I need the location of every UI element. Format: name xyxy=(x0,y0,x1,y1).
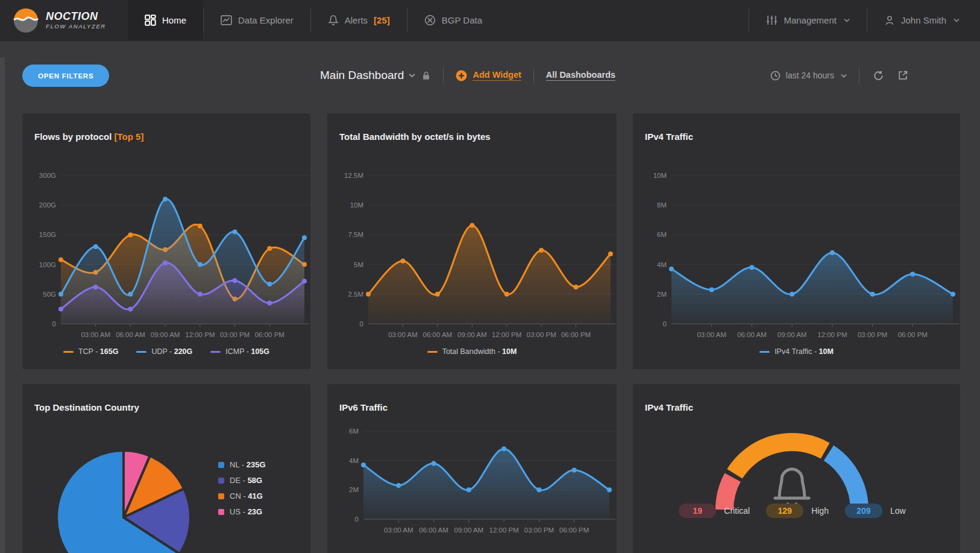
nav-item-management[interactable]: Management xyxy=(749,0,867,41)
flows-by-protocol-line-chart[interactable]: 050G100G150G200G300G03:00 AM06:00 AM09:0… xyxy=(34,159,310,347)
svg-text:2M: 2M xyxy=(349,486,359,493)
lock-icon[interactable] xyxy=(421,71,431,81)
nav-item-alerts[interactable]: Alerts [25] xyxy=(311,0,407,41)
pie-legend: NL - 235GDE - 58GCN - 41GUS - 23G xyxy=(218,460,266,516)
alerts-count-badge: [25] xyxy=(374,15,390,25)
svg-text:150G: 150G xyxy=(39,231,56,238)
nav-item-label: Management xyxy=(784,15,837,25)
toolbar-divider xyxy=(533,68,534,83)
svg-text:09:00 AM: 09:00 AM xyxy=(777,331,807,338)
svg-text:03:00 PM: 03:00 PM xyxy=(220,331,250,338)
nav-item-label: BGP Data xyxy=(442,15,482,25)
bell-icon xyxy=(775,469,809,506)
svg-text:10M: 10M xyxy=(653,172,667,179)
gauge-threshold-badges: 19Critical129High209Low xyxy=(645,504,948,518)
legend-color-mark xyxy=(759,351,770,353)
brand-name: NOCTION xyxy=(46,11,106,22)
all-dashboards-link[interactable]: All Dashoboards xyxy=(546,70,615,81)
legend-item[interactable]: ICMP - 105G xyxy=(210,347,269,356)
widget-title: Total Bandwidth by octet/s in bytes xyxy=(339,131,491,142)
legend-color-mark xyxy=(218,509,224,515)
svg-text:12.5M: 12.5M xyxy=(344,172,363,179)
svg-text:12:00 PM: 12:00 PM xyxy=(489,526,519,534)
svg-text:6M: 6M xyxy=(349,428,359,435)
svg-text:50G: 50G xyxy=(43,291,56,298)
svg-text:5M: 5M xyxy=(354,261,363,268)
legend-color-mark xyxy=(218,462,224,468)
clock-icon xyxy=(770,71,781,81)
widget-title-tag: [Top 5] xyxy=(115,131,144,142)
legend-color-mark xyxy=(63,351,74,353)
legend-item[interactable]: IPv4 Traffic - 10M xyxy=(759,347,834,356)
threshold-count-badge[interactable]: 19 xyxy=(679,504,716,518)
nav-item-label: Alerts xyxy=(345,15,368,25)
add-widget-button[interactable]: Add Widget xyxy=(456,70,521,81)
svg-text:7.5M: 7.5M xyxy=(348,231,363,238)
widget-title: IPv6 Traffic xyxy=(339,402,388,412)
nav-item-bgp-data[interactable]: BGP Data xyxy=(407,0,499,41)
svg-text:06:00 AM: 06:00 AM xyxy=(737,331,767,338)
time-range-select[interactable]: last 24 hours xyxy=(770,71,847,81)
svg-text:100G: 100G xyxy=(39,261,56,268)
chart-legend: Total Bandwidth - 10M xyxy=(327,347,617,356)
widget-flows-by-protocol: Flows by protocol [Top 5] 050G100G150G20… xyxy=(22,113,310,369)
legend-item[interactable]: TCP - 165G xyxy=(63,347,118,356)
refresh-button[interactable] xyxy=(873,70,884,81)
svg-text:300G: 300G xyxy=(39,172,56,179)
dashboard-title[interactable]: Main Dashboard xyxy=(320,69,404,82)
svg-text:03:00 PM: 03:00 PM xyxy=(524,526,554,534)
widget-total-bandwidth: Total Bandwidth by octet/s in bytes 02.5… xyxy=(327,113,617,369)
threshold-count-badge[interactable]: 209 xyxy=(845,504,882,518)
svg-text:4M: 4M xyxy=(349,457,359,464)
pie-legend-item[interactable]: NL - 235G xyxy=(218,460,266,469)
widget-ipv6-traffic: IPv6 Traffic 02M4M6M03:00 AM06:00 AM09:0… xyxy=(327,384,617,553)
destination-country-pie-chart[interactable] xyxy=(34,438,215,553)
bell-icon xyxy=(328,14,339,26)
widget-top-destination-country: Top Destination Country NL - 235GDE - 58… xyxy=(22,384,310,553)
user-icon xyxy=(884,15,895,26)
nav-item-data-explorer[interactable]: Data Explorer xyxy=(204,0,310,41)
svg-text:200G: 200G xyxy=(39,201,56,209)
widget-title: Top Destination Country xyxy=(34,402,139,412)
brand[interactable]: NOCTION FLOW ANALYZER xyxy=(0,8,128,33)
legend-color-mark xyxy=(427,351,438,353)
ipv4-traffic-line-chart[interactable]: 02M4M6M8M10M03:00 AM06:00 AM09:00 AM12:0… xyxy=(645,159,960,347)
svg-text:03:00 AM: 03:00 AM xyxy=(384,526,413,534)
widget-ipv4-traffic-line: IPv4 Traffic 02M4M6M8M10M03:00 AM06:00 A… xyxy=(633,113,960,369)
svg-text:03:00 AM: 03:00 AM xyxy=(81,331,110,338)
open-filters-button[interactable]: OPEN FILTERS xyxy=(22,65,109,87)
svg-text:2.5M: 2.5M xyxy=(348,291,363,298)
legend-item[interactable]: Total Bandwidth - 10M xyxy=(427,347,517,356)
svg-text:03:00 PM: 03:00 PM xyxy=(527,331,556,338)
threshold-count-badge[interactable]: 129 xyxy=(766,504,803,518)
nav-item-home[interactable]: Home xyxy=(128,0,203,41)
nav-item-user-menu[interactable]: John Smith xyxy=(867,0,980,41)
sliders-icon xyxy=(766,14,777,26)
pie-legend-item[interactable]: US - 23G xyxy=(218,507,266,516)
toolbar-divider xyxy=(443,68,444,83)
svg-text:03:00 PM: 03:00 PM xyxy=(858,331,887,338)
svg-text:06:00 AM: 06:00 AM xyxy=(419,526,448,534)
chevron-down-icon[interactable] xyxy=(409,73,415,78)
svg-text:0: 0 xyxy=(52,320,56,327)
external-link-icon[interactable] xyxy=(897,70,908,81)
chart-icon xyxy=(221,14,232,26)
svg-text:03:00 AM: 03:00 AM xyxy=(388,331,418,338)
chevron-down-icon xyxy=(844,18,850,22)
svg-text:0: 0 xyxy=(355,516,359,523)
svg-text:12:00 PM: 12:00 PM xyxy=(492,331,521,338)
widget-title: Flows by protocol [Top 5] xyxy=(34,131,143,142)
pie-legend-item[interactable]: CN - 41G xyxy=(218,491,266,501)
collapsed-filter-panel-edge[interactable] xyxy=(0,57,5,553)
ipv6-traffic-line-chart[interactable]: 02M4M6M03:00 AM06:00 AM09:00 AM12:00 PM0… xyxy=(339,420,617,548)
total-bandwidth-line-chart[interactable]: 02.5M5M7.5M10M12.5M03:00 AM06:00 AM09:00… xyxy=(339,159,617,347)
legend-item[interactable]: UDP - 220G xyxy=(136,347,192,356)
nav-item-label: Data Explorer xyxy=(238,15,294,25)
brand-subtitle: FLOW ANALYZER xyxy=(46,24,106,30)
pie-legend-item[interactable]: DE - 58G xyxy=(218,476,266,485)
widget-ipv4-traffic-gauge: IPv4 Traffic 19Critical129High209Low xyxy=(633,384,960,553)
widget-title: IPv4 Traffic xyxy=(645,131,693,142)
widget-title: IPv4 Traffic xyxy=(645,402,693,412)
bgp-icon xyxy=(424,14,436,26)
chevron-down-icon xyxy=(841,74,847,78)
